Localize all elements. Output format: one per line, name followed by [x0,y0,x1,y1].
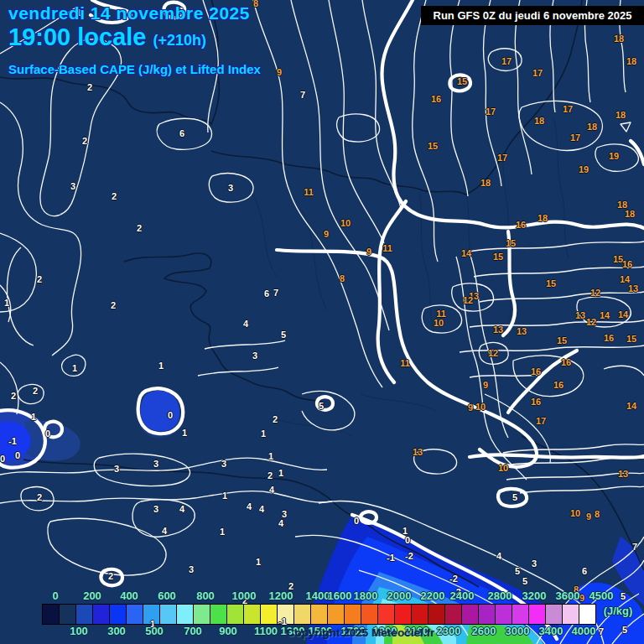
colorbar-swatch [546,605,563,624]
colorbar-swatch [345,605,361,624]
colorbar-swatch [110,605,127,624]
colorbar-swatch [445,605,462,624]
colorbar-swatch [412,605,428,624]
colorbar-swatch [93,605,110,624]
colorbar-swatch [76,605,93,624]
colorbar-unit-label: (J/kg) [604,605,633,617]
colorbar-swatch [361,605,378,624]
colorbar-swatch [43,605,60,624]
colorbar-swatch [143,605,160,624]
colorbar-swatch [278,605,294,624]
colorbar-swatch [177,605,194,624]
colorbar-swatch [261,605,278,624]
colorbar-swatch [479,605,496,624]
map-contours [0,0,644,644]
colorbar-swatch [529,605,546,624]
colorbar-swatch [244,605,261,624]
colorbar-swatch [210,605,227,624]
colorbar-swatch [512,605,529,624]
colorbar-swatch [160,605,177,624]
run-info-text: Run GFS 0Z du jeudi 6 novembre 2025 [434,9,632,22]
colorbar-swatch [579,605,595,624]
weather-map-page: 1789276233222126745311221010-10052113332… [0,0,644,644]
colorbar-swatch [496,605,512,624]
run-info-box: Run GFS 0Z du jeudi 6 novembre 2025 [421,6,644,25]
colorbar-swatch [227,605,244,624]
colorbar-swatch [378,605,395,624]
colorbar-swatch [462,605,479,624]
copyright-text: Copyright 2025 Meteociel.fr [287,626,434,639]
cape-colorbar [42,604,596,625]
colorbar-swatch [194,605,210,624]
colorbar-swatch [428,605,445,624]
colorbar-swatch [60,605,76,624]
colorbar-swatch [294,605,311,624]
colorbar-swatch [328,605,345,624]
colorbar-swatch [311,605,328,624]
sea-land-background [0,0,644,644]
colorbar-swatch [127,605,143,624]
colorbar-swatch [395,605,412,624]
colorbar-swatch [563,605,579,624]
